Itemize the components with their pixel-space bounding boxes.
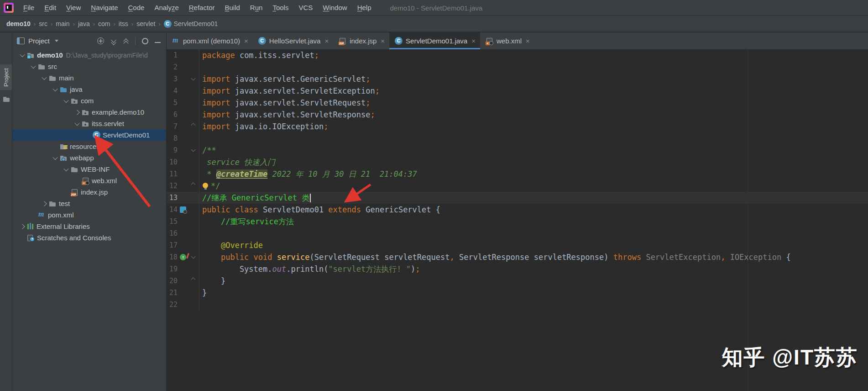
breadcrumb-item-main[interactable]: main (56, 20, 69, 27)
tree-item-main[interactable]: main (12, 72, 166, 84)
line-number[interactable]: 15 (167, 216, 178, 227)
tree-item-test[interactable]: test (12, 198, 166, 209)
line-number[interactable]: 7 (167, 121, 178, 132)
line-number[interactable]: 19 (167, 263, 178, 275)
close-icon[interactable]: × (471, 37, 476, 44)
code-line-5[interactable]: 5import javax.servlet.ServletRequest; (167, 97, 868, 109)
tree-item-com[interactable]: com (12, 95, 166, 106)
code-line-19[interactable]: 19 System.out.println("servlet方法执行! "); (167, 263, 868, 275)
gear-icon[interactable] (142, 38, 148, 44)
tab-web-xml[interactable]: <web.xml× (480, 32, 534, 49)
code-line-8[interactable]: 8 (167, 132, 868, 144)
breadcrumb-item-java[interactable]: java (78, 20, 90, 27)
code-line-2[interactable]: 2 (167, 61, 868, 73)
menu-item-code[interactable]: Code (123, 4, 150, 11)
code-line-14[interactable]: 14public class ServletDemo01 extends Gen… (167, 204, 868, 216)
line-number[interactable]: 1 (167, 49, 178, 61)
menu-item-refactor[interactable]: Refactor (184, 4, 220, 11)
stripe-tab-project[interactable]: Project (0, 64, 12, 90)
code-line-13[interactable]: 13//继承 GenericServlet 类 (167, 192, 868, 204)
class-marker-icon[interactable] (180, 206, 186, 213)
line-number[interactable]: 6 (167, 109, 178, 121)
close-icon[interactable]: × (526, 37, 530, 44)
line-number[interactable]: 2 (167, 61, 178, 73)
tree-item-web-xml[interactable]: <web.xml (12, 175, 166, 186)
menu-item-vcs[interactable]: VCS (293, 4, 318, 11)
tree-item-index-jsp[interactable]: JSPindex.jsp (12, 186, 166, 198)
breadcrumb-item-com[interactable]: com (98, 20, 110, 27)
menu-item-navigate[interactable]: Navigate (86, 4, 123, 11)
code-line-22[interactable]: 22 (167, 299, 868, 311)
chevron-down-icon[interactable] (62, 165, 71, 174)
line-number[interactable]: 21 (167, 287, 178, 299)
chevron-down-icon[interactable] (51, 153, 60, 163)
code-line-16[interactable]: 16 (167, 227, 868, 239)
intention-bulb-icon[interactable] (202, 183, 209, 190)
line-number[interactable]: 20 (167, 275, 178, 287)
close-icon[interactable]: × (244, 37, 248, 44)
menu-item-tools[interactable]: Tools (267, 4, 293, 11)
override-marker-icon[interactable] (180, 254, 186, 260)
breadcrumb-item-demo10[interactable]: demo10 (6, 20, 31, 27)
close-icon[interactable]: × (381, 37, 385, 44)
code-editor[interactable]: 1package com.itss.servlet;23import javax… (167, 49, 868, 391)
collapse-all-icon[interactable] (123, 38, 129, 44)
code-line-1[interactable]: 1package com.itss.servlet; (167, 49, 868, 61)
menu-item-run[interactable]: Run (245, 4, 268, 11)
breadcrumb-item-servlet[interactable]: servlet (136, 20, 155, 27)
line-number[interactable]: 16 (167, 227, 178, 239)
menu-item-help[interactable]: Help (352, 4, 376, 11)
tree-item-demo10[interactable]: demo10D:\Java_study\programFile\d (12, 49, 166, 61)
code-line-18[interactable]: 18 public void service(ServletRequest se… (167, 251, 868, 263)
tree-item-example-demo10[interactable]: example.demo10 (12, 106, 166, 118)
code-line-15[interactable]: 15 //重写service方法 (167, 216, 868, 227)
line-number[interactable]: 10 (167, 156, 178, 168)
tree-item-web-inf[interactable]: WEB-INF (12, 164, 166, 175)
menu-item-analyze[interactable]: Analyze (149, 4, 183, 11)
code-line-12[interactable]: 12*/ (167, 180, 868, 192)
line-number[interactable]: 5 (167, 97, 178, 109)
tab-index-jsp[interactable]: JSPindex.jsp× (333, 32, 389, 49)
menu-item-file[interactable]: File (18, 4, 39, 11)
locate-file-icon[interactable] (97, 37, 104, 44)
chevron-down-icon[interactable] (73, 119, 82, 128)
fold-region-start-icon[interactable] (192, 148, 195, 152)
chevron-down-icon[interactable] (18, 51, 27, 60)
fold-region-end-icon[interactable] (192, 279, 195, 282)
breadcrumb-item-servletdemo01[interactable]: ServletDemo01 (164, 20, 218, 28)
code-line-9[interactable]: 9/** (167, 144, 868, 156)
line-number[interactable]: 13 (167, 192, 178, 204)
project-panel-title[interactable]: Project (28, 37, 50, 45)
tree-item-webapp[interactable]: webapp (12, 152, 166, 164)
chevron-down-icon[interactable] (51, 85, 60, 94)
line-number[interactable]: 3 (167, 73, 178, 85)
tree-item-external-libraries[interactable]: External Libraries (12, 221, 166, 232)
line-number[interactable]: 9 (167, 144, 178, 156)
line-number[interactable]: 4 (167, 85, 178, 97)
code-line-20[interactable]: 20 } (167, 275, 868, 287)
line-number[interactable]: 11 (167, 168, 178, 180)
chevron-down-icon[interactable] (29, 62, 38, 71)
code-line-4[interactable]: 4import javax.servlet.ServletException; (167, 85, 868, 97)
breadcrumb-item-src[interactable]: src (39, 20, 47, 27)
code-line-21[interactable]: 21} (167, 287, 868, 299)
code-line-6[interactable]: 6import javax.servlet.ServletResponse; (167, 109, 868, 121)
tree-item-java[interactable]: java (12, 84, 166, 95)
tab-servletdemo01-java[interactable]: ServletDemo01.java× (389, 32, 480, 49)
fold-region-end-icon[interactable] (192, 124, 195, 128)
line-number[interactable]: 14 (167, 204, 178, 216)
code-line-10[interactable]: 10 service 快速入门 (167, 156, 868, 168)
code-line-17[interactable]: 17 @Override (167, 239, 868, 251)
close-icon[interactable]: × (324, 37, 329, 44)
tree-item-servletdemo01[interactable]: ServletDemo01 (12, 129, 166, 141)
tree-item-scratches-and-consoles[interactable]: Scratches and Consoles (12, 232, 166, 243)
line-number[interactable]: 17 (167, 239, 178, 251)
code-line-3[interactable]: 3import javax.servlet.GenericServlet; (167, 73, 868, 85)
menu-item-edit[interactable]: Edit (39, 4, 61, 11)
chevron-down-icon[interactable] (62, 96, 71, 106)
hide-panel-icon[interactable] (155, 42, 161, 43)
line-number[interactable]: 8 (167, 132, 178, 144)
tab-helloservlet-java[interactable]: HelloServlet.java× (253, 32, 333, 49)
line-number[interactable]: 18 (167, 251, 178, 263)
line-number[interactable]: 12 (167, 180, 178, 192)
